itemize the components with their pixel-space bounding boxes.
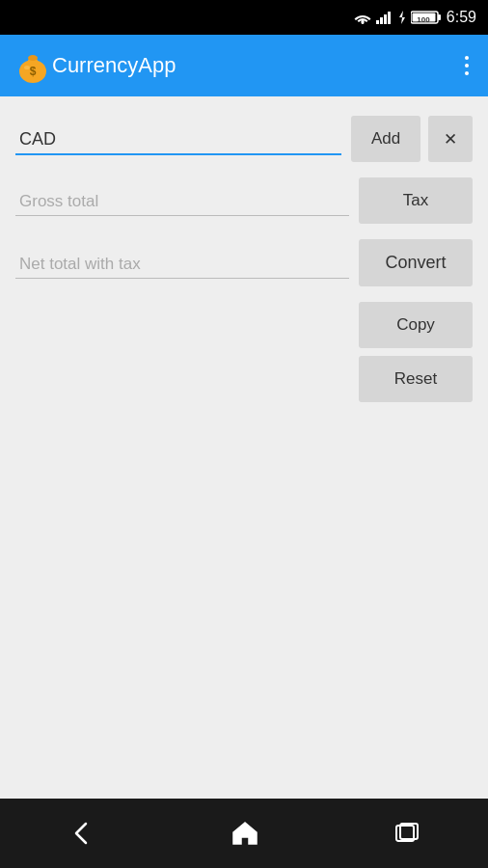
svg-point-0	[361, 21, 364, 24]
svg-rect-4	[388, 12, 391, 24]
status-time: 6:59	[447, 9, 476, 26]
menu-dot-1	[465, 56, 469, 60]
signal-icon	[376, 11, 393, 24]
currency-input[interactable]	[15, 123, 341, 155]
menu-dot-2	[465, 64, 469, 68]
gross-row: Tax	[15, 177, 473, 224]
back-nav-button[interactable]	[49, 812, 115, 854]
reset-row: Reset	[15, 356, 473, 402]
svg-rect-2	[380, 17, 383, 24]
copy-button[interactable]: Copy	[359, 302, 473, 348]
svg-text:100: 100	[417, 15, 430, 24]
add-button[interactable]: Add	[351, 116, 420, 162]
home-icon	[231, 821, 258, 846]
status-icons: 100 6:59	[354, 9, 476, 26]
svg-point-13	[24, 66, 30, 69]
wifi-icon	[354, 11, 371, 24]
svg-point-11	[28, 55, 38, 61]
recents-nav-button[interactable]	[375, 812, 439, 854]
delete-button[interactable]: ✕	[428, 116, 473, 162]
charge-icon	[398, 11, 406, 24]
svg-rect-3	[384, 14, 387, 24]
svg-text:$: $	[30, 65, 37, 78]
status-bar: 100 6:59	[0, 0, 488, 35]
currency-row: Add ✕	[15, 116, 473, 162]
copy-row: Copy	[15, 302, 473, 348]
app-logo-icon: $	[14, 46, 52, 85]
app-menu-button[interactable]	[459, 50, 474, 81]
battery-icon: 100	[411, 11, 442, 24]
gross-total-input[interactable]	[15, 185, 349, 216]
net-total-input[interactable]	[15, 248, 349, 279]
recents-icon	[394, 822, 420, 845]
convert-button[interactable]: Convert	[359, 239, 473, 286]
svg-rect-1	[376, 20, 379, 24]
top-buttons: Add ✕	[351, 116, 473, 162]
svg-rect-6	[438, 14, 441, 20]
app-bar: $ CurrencyApp	[0, 35, 488, 96]
net-row: Convert	[15, 239, 473, 286]
menu-dot-3	[465, 71, 469, 75]
tax-button[interactable]: Tax	[359, 177, 473, 224]
home-nav-button[interactable]	[212, 811, 278, 855]
back-icon	[68, 822, 95, 845]
nav-bar	[0, 799, 488, 868]
reset-button[interactable]: Reset	[359, 356, 473, 402]
main-content: Add ✕ Tax Convert Copy Reset	[0, 96, 488, 799]
app-title: CurrencyApp	[52, 53, 459, 78]
